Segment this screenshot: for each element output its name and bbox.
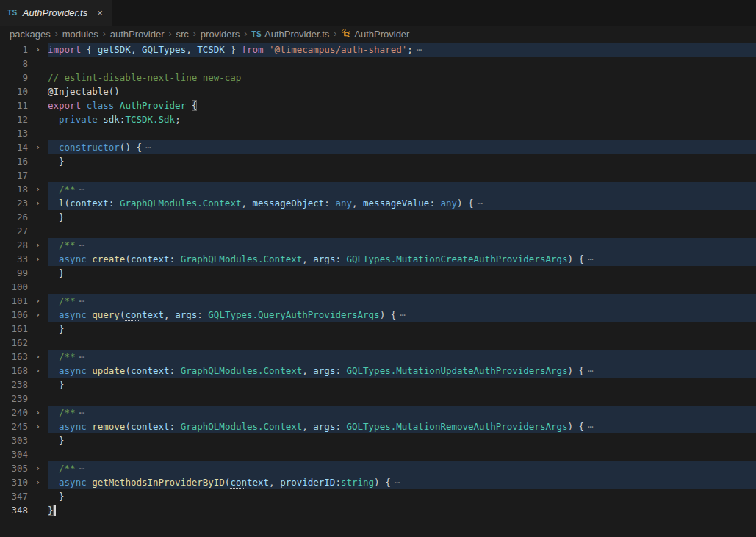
- code-line[interactable]: 161 }: [0, 322, 756, 336]
- code-line[interactable]: 163› /**⋯: [0, 350, 756, 364]
- code-line[interactable]: 28› /**⋯: [0, 238, 756, 252]
- fold-chevron-icon[interactable]: ›: [28, 461, 48, 475]
- code-text[interactable]: /**⋯: [48, 294, 756, 308]
- code-text[interactable]: [48, 336, 756, 350]
- fold-chevron-icon[interactable]: ›: [28, 350, 48, 364]
- code-line[interactable]: 99 }: [0, 266, 756, 280]
- fold-chevron-icon[interactable]: ›: [28, 252, 48, 266]
- code-text[interactable]: async remove(context: GraphQLModules.Con…: [48, 419, 756, 433]
- code-text[interactable]: /**⋯: [48, 461, 756, 475]
- code-text[interactable]: }: [48, 210, 756, 224]
- fold-ellipsis[interactable]: ⋯: [79, 295, 86, 306]
- code-text[interactable]: [48, 57, 756, 71]
- code-text[interactable]: export class AuthProvider {: [48, 98, 756, 112]
- code-line[interactable]: 304: [0, 447, 756, 461]
- code-text[interactable]: [48, 280, 756, 294]
- fold-chevron-icon[interactable]: ›: [28, 308, 48, 322]
- fold-chevron-icon[interactable]: ›: [28, 294, 48, 308]
- fold-ellipsis[interactable]: ⋯: [588, 253, 594, 264]
- fold-chevron-icon[interactable]: ›: [28, 406, 48, 419]
- code-line[interactable]: 8: [0, 57, 756, 71]
- code-text[interactable]: /**⋯: [48, 350, 756, 364]
- code-line[interactable]: 18› /**⋯: [0, 182, 756, 196]
- fold-ellipsis[interactable]: ⋯: [395, 477, 401, 488]
- breadcrumb-item-src[interactable]: src: [176, 29, 189, 40]
- code-line[interactable]: 347 }: [0, 489, 756, 503]
- code-text[interactable]: // eslint-disable-next-line new-cap: [48, 71, 756, 84]
- code-line[interactable]: 23› l(context: GraphQLModules.Context, m…: [0, 196, 756, 210]
- code-line[interactable]: 348}: [0, 503, 756, 517]
- code-line[interactable]: 9// eslint-disable-next-line new-cap: [0, 71, 756, 84]
- editor[interactable]: 1›import { getSDK, GQLTypes, TCSDK } fro…: [0, 42, 756, 537]
- code-text[interactable]: /**⋯: [48, 406, 756, 419]
- code-line[interactable]: 27: [0, 224, 756, 238]
- fold-ellipsis[interactable]: ⋯: [79, 239, 86, 251]
- breadcrumb-item-file[interactable]: TS AuthProvider.ts: [251, 29, 329, 40]
- code-line[interactable]: 10@Injectable(): [0, 84, 756, 98]
- code-line[interactable]: 14› constructor() {⋯: [0, 140, 756, 154]
- code-line[interactable]: 1›import { getSDK, GQLTypes, TCSDK } fro…: [0, 43, 756, 57]
- fold-chevron-icon[interactable]: ›: [28, 364, 48, 378]
- code-text[interactable]: /**⋯: [48, 238, 756, 252]
- breadcrumb-item-symbol[interactable]: AuthProvider: [341, 27, 409, 40]
- code-text[interactable]: async create(context: GraphQLModules.Con…: [48, 252, 756, 266]
- code-line[interactable]: 305› /**⋯: [0, 461, 756, 475]
- fold-ellipsis[interactable]: ⋯: [79, 184, 86, 195]
- code-line[interactable]: 13: [0, 126, 756, 140]
- fold-ellipsis[interactable]: ⋯: [478, 198, 484, 209]
- code-text[interactable]: }: [48, 489, 756, 503]
- code-line[interactable]: 101› /**⋯: [0, 294, 756, 308]
- code-text[interactable]: }: [48, 322, 756, 336]
- code-text[interactable]: }: [48, 154, 756, 168]
- fold-chevron-icon[interactable]: ›: [28, 182, 48, 196]
- code-text[interactable]: [48, 224, 756, 238]
- fold-ellipsis[interactable]: ⋯: [79, 463, 86, 474]
- code-line[interactable]: 100: [0, 280, 756, 294]
- code-line[interactable]: 240› /**⋯: [0, 406, 756, 419]
- breadcrumb-item-packages[interactable]: packages: [10, 29, 51, 40]
- fold-chevron-icon[interactable]: ›: [28, 196, 48, 210]
- code-line[interactable]: 162: [0, 336, 756, 350]
- fold-ellipsis[interactable]: ⋯: [145, 142, 152, 153]
- fold-ellipsis[interactable]: ⋯: [417, 44, 423, 55]
- tab-authprovider[interactable]: TS AuthProvider.ts ×: [0, 0, 112, 26]
- fold-ellipsis[interactable]: ⋯: [588, 365, 594, 376]
- code-text[interactable]: async query(context, args: GQLTypes.Quer…: [48, 308, 756, 322]
- code-text[interactable]: l(context: GraphQLModules.Context, messa…: [48, 196, 756, 210]
- code-line[interactable]: 11export class AuthProvider {: [0, 98, 756, 112]
- code-line[interactable]: 33› async create(context: GraphQLModules…: [0, 252, 756, 266]
- code-line[interactable]: 245› async remove(context: GraphQLModule…: [0, 419, 756, 433]
- code-line[interactable]: 168› async update(context: GraphQLModule…: [0, 364, 756, 378]
- code-text[interactable]: }: [48, 378, 756, 392]
- code-line[interactable]: 16 }: [0, 154, 756, 168]
- code-line[interactable]: 239: [0, 392, 756, 406]
- breadcrumb-item-providers[interactable]: providers: [201, 29, 240, 40]
- fold-ellipsis[interactable]: ⋯: [79, 407, 86, 418]
- code-line[interactable]: 17: [0, 168, 756, 182]
- close-icon[interactable]: ×: [97, 8, 103, 18]
- code-text[interactable]: }: [48, 266, 756, 280]
- code-line[interactable]: 106› async query(context, args: GQLTypes…: [0, 308, 756, 322]
- code-text[interactable]: private sdk:TCSDK.Sdk;: [48, 112, 756, 126]
- code-text[interactable]: }: [48, 503, 756, 517]
- fold-ellipsis[interactable]: ⋯: [400, 309, 406, 320]
- code-line[interactable]: 26 }: [0, 210, 756, 224]
- code-line[interactable]: 310› async getMethodsInProviderByID(cont…: [0, 475, 756, 489]
- code-text[interactable]: /**⋯: [48, 182, 756, 196]
- breadcrumb-item-modules[interactable]: modules: [62, 29, 98, 40]
- code-line[interactable]: 238 }: [0, 378, 756, 392]
- code-text[interactable]: }: [48, 433, 756, 447]
- code-line[interactable]: 12 private sdk:TCSDK.Sdk;: [0, 112, 756, 126]
- code-text[interactable]: [48, 447, 756, 461]
- fold-chevron-icon[interactable]: ›: [28, 475, 48, 489]
- fold-chevron-icon[interactable]: ›: [28, 238, 48, 252]
- code-text[interactable]: async update(context: GraphQLModules.Con…: [48, 364, 756, 378]
- fold-ellipsis[interactable]: ⋯: [79, 351, 86, 362]
- code-text[interactable]: [48, 168, 756, 182]
- breadcrumb-item-authProvider[interactable]: authProvider: [110, 29, 165, 40]
- code-text[interactable]: constructor() {⋯: [48, 140, 756, 154]
- code-text[interactable]: async getMethodsInProviderByID(context, …: [48, 475, 756, 489]
- code-text[interactable]: @Injectable(): [48, 84, 756, 98]
- fold-chevron-icon[interactable]: ›: [28, 43, 48, 57]
- code-line[interactable]: 303 }: [0, 433, 756, 447]
